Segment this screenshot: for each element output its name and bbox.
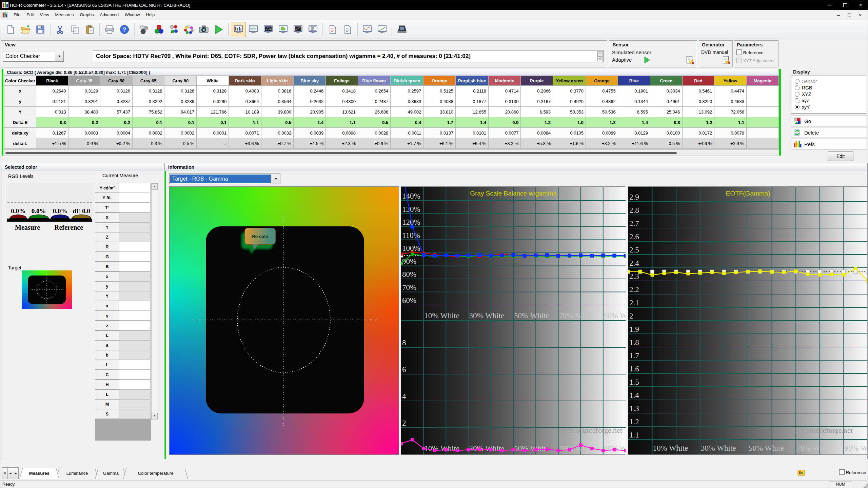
table-cell[interactable]: 0.3418 (326, 86, 358, 96)
table-cell[interactable]: 0.0105 (553, 128, 586, 138)
column-header-magenta[interactable]: Magenta (746, 76, 778, 86)
table-cell[interactable]: 0.0079 (714, 128, 747, 138)
table-cell[interactable]: 0.2167 (521, 96, 553, 107)
radio-sensor[interactable]: Sensor (791, 78, 866, 84)
table-cell[interactable]: 6.595 (618, 107, 650, 117)
table-cell[interactable]: 0.3770 (553, 86, 586, 96)
radio-rgb[interactable]: RGB (791, 84, 866, 91)
column-header-blue-sky[interactable]: Blue sky (294, 76, 326, 86)
measure-row-value[interactable] (119, 380, 151, 389)
save-file-button[interactable] (33, 22, 48, 37)
column-header-yellow[interactable]: Yellow (714, 76, 747, 86)
table-cell[interactable]: 0.2487 (358, 96, 390, 107)
table-cell[interactable]: 0.5125 (423, 86, 456, 96)
table-cell[interactable]: 0.1877 (455, 96, 488, 107)
table-cell[interactable]: 0.2866 (521, 86, 553, 96)
table-cell[interactable]: 0.1 (132, 117, 164, 128)
table-cell[interactable]: 0.0077 (489, 128, 521, 138)
table-cell[interactable]: 0.4714 (489, 86, 521, 96)
column-header-gray-65[interactable]: Gray 65 (132, 76, 164, 86)
window-minimize-button[interactable] (822, 0, 837, 10)
help-button[interactable]: ? (117, 22, 132, 37)
table-cell[interactable]: 0.2654 (358, 86, 390, 96)
table-cell[interactable]: 0.3633 (391, 96, 423, 107)
column-header-blue-flower[interactable]: Blue flower (358, 76, 390, 86)
table-cell[interactable]: 0.5461 (682, 86, 714, 96)
table-cell[interactable]: 0.5 (358, 117, 390, 128)
measure-row-value[interactable] (119, 193, 151, 203)
menu-file[interactable]: File (11, 11, 23, 19)
chevron-down-icon[interactable]: ▼ (55, 51, 63, 61)
table-cell[interactable]: +4.5 % (294, 138, 326, 149)
measures-ring-button[interactable] (181, 22, 196, 37)
table-cell[interactable]: +2.9 % (714, 138, 747, 149)
table-cell[interactable]: 0.0004 (100, 128, 133, 138)
table-cell[interactable]: +0.7 % (261, 138, 294, 149)
table-cell[interactable]: 0.0032 (261, 128, 294, 138)
column-header-black[interactable]: Black (36, 76, 68, 86)
column-header-bluish-green[interactable]: Bluish green (391, 76, 423, 86)
reference-data-icon[interactable] (797, 469, 805, 477)
measure-row-value[interactable] (119, 389, 151, 399)
measure-row-value[interactable] (119, 252, 151, 262)
spinner-down-icon[interactable]: ▼ (597, 56, 603, 61)
view-free-button[interactable] (305, 22, 320, 37)
measure-row-value[interactable] (119, 262, 151, 271)
table-cell[interactable]: 0.4683 (714, 96, 747, 107)
table-cell[interactable]: 0.0003 (68, 128, 100, 138)
table-cell[interactable] (746, 128, 778, 138)
information-selector[interactable]: Target - RGB - Gamma ▼ (169, 174, 280, 184)
print-button[interactable] (102, 22, 117, 37)
table-cell[interactable]: 13.621 (326, 107, 358, 117)
table-cell[interactable]: 0.0001 (197, 128, 229, 138)
radio-icon[interactable] (795, 105, 800, 109)
table-cell[interactable]: 0.0011 (391, 128, 423, 138)
tab-close-button[interactable]: ✕ (2, 467, 8, 479)
radio-xyy[interactable]: xyY (791, 104, 866, 110)
measure-row-value[interactable] (119, 330, 151, 340)
table-cell[interactable]: 0.1901 (618, 86, 650, 96)
table-cell[interactable]: 0.4038 (423, 96, 456, 107)
generator-config-icon[interactable] (722, 56, 730, 64)
table-cell[interactable]: 0.8 (650, 117, 682, 128)
column-header-gray-80[interactable]: Gray 80 (164, 76, 197, 86)
table-cell[interactable]: 0.3289 (164, 96, 197, 107)
table-cell[interactable]: 1.4 (294, 117, 326, 128)
column-header-foliage[interactable]: Foliage (326, 76, 358, 86)
table-cell[interactable]: = (197, 138, 229, 149)
scroll-up-icon[interactable]: ▲ (152, 183, 158, 190)
measure-row-value[interactable] (119, 321, 151, 330)
tab-gamma[interactable]: Gamma (100, 468, 122, 479)
table-cell[interactable]: +4.6 % (682, 138, 714, 149)
measure-row-value[interactable] (119, 311, 151, 321)
table-cell[interactable]: +5.8 % (521, 138, 553, 149)
column-header-dark-skin[interactable]: Dark skin (229, 76, 261, 86)
checkbox-icon[interactable] (736, 49, 742, 55)
table-cell[interactable]: 20.860 (489, 107, 521, 117)
display-config-button[interactable] (394, 22, 409, 37)
table-cell[interactable]: 20.905 (294, 107, 326, 117)
table-cell[interactable]: 39.800 (261, 107, 294, 117)
column-header-light-skin[interactable]: Light skin (261, 76, 294, 86)
measure-row-value[interactable] (119, 183, 151, 193)
table-cell[interactable]: +0.9 % (358, 138, 390, 149)
measure-row-value[interactable] (119, 350, 151, 360)
table-cell[interactable]: 25.686 (358, 107, 390, 117)
tab-next-button[interactable]: ► (13, 467, 19, 479)
column-header-white[interactable]: White (197, 76, 229, 86)
measure-row-value[interactable] (119, 271, 151, 281)
resize-grip[interactable] (862, 483, 868, 488)
column-header-red[interactable]: Red (682, 76, 714, 86)
measure-row-value[interactable] (119, 232, 151, 242)
table-cell[interactable]: 0.0089 (586, 128, 618, 138)
radio-xyz[interactable]: xyz (791, 97, 866, 104)
chevron-down-icon[interactable]: ▼ (272, 174, 280, 184)
table-cell[interactable]: 57.437 (100, 107, 133, 117)
view-selector[interactable]: Color Checker ▼ (3, 51, 64, 62)
new-file-button[interactable] (3, 22, 18, 37)
table-cell[interactable] (746, 86, 778, 96)
column-header-green[interactable]: Green (650, 76, 682, 86)
measure-row-value[interactable] (119, 399, 151, 409)
table-cell[interactable]: 0.1344 (618, 96, 650, 107)
go-button[interactable]: Go (791, 116, 867, 126)
